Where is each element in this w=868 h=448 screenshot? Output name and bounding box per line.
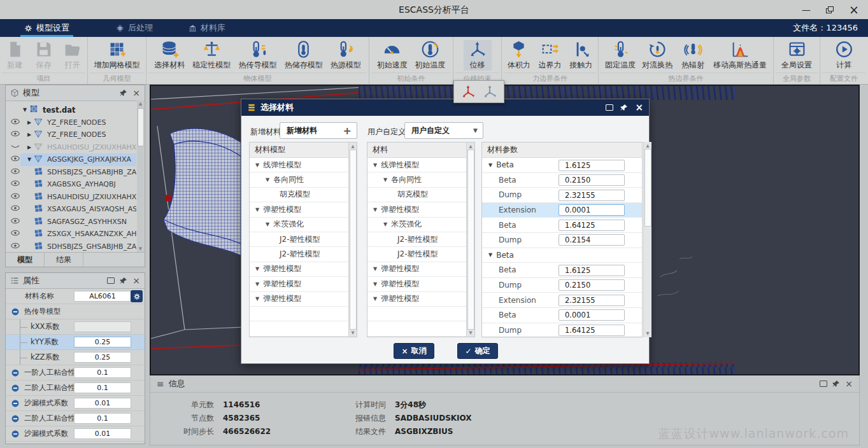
tree-item[interactable]: HSAUHDISU_JZXIUXHAHX <box>6 191 136 204</box>
collapse-minus-icon[interactable] <box>11 368 20 377</box>
select-material-button[interactable]: 选择材料 <box>154 40 185 71</box>
list-item[interactable]: ▼弹塑性模型 <box>250 292 349 307</box>
kyy-input[interactable]: 0.25 <box>74 337 131 347</box>
param-input[interactable]: 1.64125 <box>559 220 625 231</box>
list-item[interactable]: 胡克模型 <box>367 188 467 202</box>
param-row[interactable]: Beta 0.2150 <box>482 173 642 188</box>
eye-icon[interactable] <box>11 180 20 188</box>
list-item[interactable]: J2-塑性模型 <box>250 247 349 262</box>
list-item[interactable]: ▼弹塑性模型 <box>367 202 467 217</box>
tree-item[interactable]: XAGBSXG_AYHAQBJ <box>6 178 136 191</box>
list-item[interactable]: ▼弹塑性模型 <box>367 262 467 277</box>
scrollbar-thumb[interactable] <box>644 149 651 227</box>
list-item[interactable]: ▼各向同性 <box>367 172 467 187</box>
scroll-down-icon[interactable]: ▼ <box>137 246 144 251</box>
tab-post-processing[interactable]: 后处理 <box>110 19 159 37</box>
stability-model-button[interactable]: 稳定性模型 <box>192 40 231 71</box>
dialog-pin-icon[interactable] <box>620 104 628 111</box>
param-input[interactable]: 0.2150 <box>559 174 625 186</box>
boundary-force-button[interactable]: 边界力 <box>536 40 564 71</box>
float-window-icon[interactable] <box>107 277 115 284</box>
column-scrollbar[interactable]: ▲ ▼ <box>348 143 357 337</box>
translation-triad-icon[interactable] <box>460 84 476 99</box>
eye-icon[interactable] <box>11 230 20 238</box>
param-input[interactable]: 1.64125 <box>559 325 625 336</box>
property-row[interactable]: 沙漏模式系数 0.01 <box>6 396 145 411</box>
list-item[interactable]: ▼线弹性模型 <box>250 158 349 172</box>
list-item[interactable]: J2-塑性模型 <box>367 247 467 262</box>
dropdown-chevron-icon[interactable]: ▼ <box>473 127 478 134</box>
open-button[interactable]: 打开 <box>59 40 87 71</box>
list-item[interactable]: ▼弹塑性模型 <box>367 292 467 307</box>
close-panel-icon[interactable]: × <box>132 276 140 285</box>
param-input[interactable]: 0.2154 <box>559 234 625 246</box>
dialog-close-icon[interactable]: × <box>635 103 643 113</box>
property-row[interactable]: 二阶人工粘合性 0.1 <box>6 381 145 396</box>
add-material-plus-icon[interactable]: + <box>343 125 352 137</box>
close-button[interactable]: × <box>849 1 859 18</box>
property-row[interactable]: kZZ系数 0.25 <box>6 350 145 365</box>
cancel-button[interactable]: × 取消 <box>394 343 434 359</box>
close-panel-icon[interactable]: × <box>845 379 853 388</box>
float-window-icon[interactable] <box>820 381 827 387</box>
close-panel-icon[interactable]: × <box>132 88 140 97</box>
scroll-up-icon[interactable]: ▲ <box>137 101 144 106</box>
tab-material-library[interactable]: 材料库 <box>182 19 232 37</box>
collapse-minus-icon[interactable] <box>11 414 20 423</box>
scrollbar-thumb[interactable] <box>350 150 357 330</box>
property-row[interactable]: 一阶人工粘合性 0.1 <box>6 365 145 381</box>
dialog-maximize-icon[interactable] <box>606 104 613 111</box>
eye-icon[interactable] <box>11 130 20 139</box>
rotation-triad-icon[interactable] <box>482 84 497 99</box>
tree-scrollbar[interactable]: ▲ ▼ <box>137 101 144 252</box>
minimize-button[interactable]: — <box>802 0 811 19</box>
heat-storage-model-button[interactable]: 热储存模型 <box>285 40 323 71</box>
param-row[interactable]: Beta 0.0001 <box>482 308 642 323</box>
param-input[interactable]: 1.6125 <box>559 160 625 171</box>
initial-velocity-button[interactable]: 初始速度 <box>377 40 408 71</box>
property-input[interactable]: 0.01 <box>74 398 131 409</box>
param-input[interactable]: 0.0001 <box>559 204 625 216</box>
initial-temperature-button[interactable]: 初始温度 <box>415 40 445 71</box>
eye-icon[interactable] <box>11 193 20 201</box>
list-item[interactable]: ▼米茨强化 <box>250 218 349 232</box>
eye-icon[interactable] <box>11 118 20 127</box>
material-settings-button[interactable] <box>131 290 143 302</box>
param-row[interactable]: Dump 2.32155 <box>482 188 642 203</box>
eye-icon[interactable] <box>11 155 20 164</box>
tree-item-hidden[interactable]: ▶ HSAUHDISU_JZXIUXHAHX <box>6 141 136 154</box>
property-section-row[interactable]: 热传导模型 <box>6 304 145 319</box>
property-input[interactable]: 0.01 <box>74 428 131 439</box>
param-row[interactable]: Extension 2.32155 <box>482 293 642 308</box>
tree-item[interactable]: SAGFASGZ_ASYHHXSN <box>6 216 136 228</box>
expand-icon[interactable]: ▶ <box>25 144 33 150</box>
expand-icon[interactable]: ▼ <box>21 107 29 113</box>
tree-item[interactable]: SDHSBJZS_GHSABJHB_ZAHU <box>6 166 136 179</box>
new-material-input[interactable]: 新增材料 + <box>280 122 357 139</box>
param-input[interactable]: 2.32155 <box>559 190 625 201</box>
eye-icon[interactable] <box>11 205 20 213</box>
list-item[interactable]: ▼米茨强化 <box>367 218 467 232</box>
param-input[interactable]: 0.2150 <box>559 279 625 291</box>
tab-model[interactable]: 模型 <box>6 253 45 267</box>
collapse-minus-icon[interactable] <box>11 430 20 438</box>
list-item[interactable]: J2-塑性模型 <box>250 232 349 247</box>
list-item[interactable]: ▼弹塑性模型 <box>250 277 349 291</box>
save-button[interactable]: 保存 <box>30 40 58 71</box>
heat-source-model-button[interactable]: 热源模型 <box>331 40 361 71</box>
collapse-minus-icon[interactable] <box>11 384 20 393</box>
heat-conduction-model-button[interactable]: 热传导模型 <box>238 40 276 71</box>
param-row[interactable]: Beta 1.6125 <box>482 263 642 278</box>
confirm-button[interactable]: ✓ 确定 <box>457 343 498 359</box>
add-mesh-model-button[interactable]: 增加网格模型 <box>94 40 140 71</box>
pin-icon[interactable] <box>832 380 840 388</box>
pin-icon[interactable] <box>120 89 127 97</box>
eye-icon[interactable] <box>11 242 20 251</box>
contact-force-button[interactable]: 接触力 <box>567 40 595 71</box>
tree-item-selected[interactable]: ▼ AGSGKJKG_GJHXAJKHXA <box>6 153 136 166</box>
property-input[interactable]: 0.1 <box>74 413 131 424</box>
param-row[interactable]: Dump 0.2150 <box>482 278 642 293</box>
params-scrollbar[interactable]: ▲ ▼ <box>643 142 651 337</box>
param-row-selected[interactable]: Extension 0.0001 <box>482 203 642 218</box>
property-input[interactable]: 0.1 <box>74 382 131 393</box>
